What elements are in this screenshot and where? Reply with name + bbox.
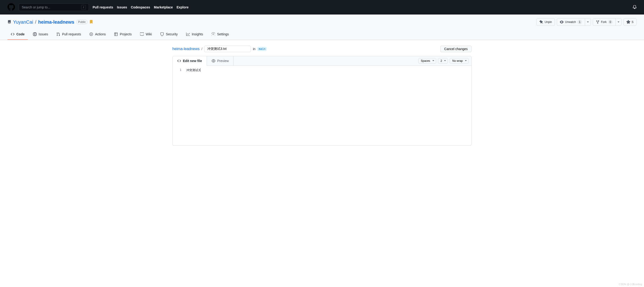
text-cursor xyxy=(200,68,200,72)
indent-size-select[interactable]: 2 xyxy=(438,58,448,64)
code-text: 冲突测试3 xyxy=(186,68,200,72)
slash-key-hint: / xyxy=(81,5,86,10)
tab-issues[interactable]: Issues xyxy=(30,31,51,40)
owner-link[interactable]: YuyanCai xyxy=(13,20,33,25)
repo-tabs: Code Issues Pull requests Actions Projec… xyxy=(8,31,636,40)
fork-button[interactable]: Fork 0 xyxy=(593,18,616,26)
file-editor-container: heima-leadnews / in main Cancel changes … xyxy=(165,46,479,146)
unwatch-label: Unwatch xyxy=(565,20,576,24)
nav-codespaces[interactable]: Codespaces xyxy=(131,6,150,9)
star-label: S xyxy=(632,20,634,24)
branch-badge[interactable]: main xyxy=(257,47,267,51)
cancel-changes-button[interactable]: Cancel changes xyxy=(440,46,472,52)
svg-point-0 xyxy=(34,34,35,35)
search-box[interactable]: / xyxy=(19,4,89,11)
fork-label: Fork xyxy=(601,20,606,24)
editor-box: Edit new file Preview Spaces 2 No wrap 1… xyxy=(172,56,472,146)
tab-insights[interactable]: Insights xyxy=(183,31,206,40)
star-button[interactable]: S xyxy=(624,18,636,26)
code-content[interactable]: 冲突测试3 xyxy=(184,66,472,145)
breadcrumb-repo[interactable]: heima-leadnews xyxy=(172,47,200,51)
line-gutter: 1 xyxy=(172,66,184,145)
eye-icon xyxy=(212,59,215,63)
unwatch-button[interactable]: Unwatch 1 xyxy=(557,18,585,26)
wrap-select[interactable]: No wrap xyxy=(450,58,468,64)
path-sep: / xyxy=(35,20,36,25)
editor-tabs: Edit new file Preview Spaces 2 No wrap xyxy=(172,56,472,66)
nav-explore[interactable]: Explore xyxy=(176,6,188,9)
bookmark-icon[interactable] xyxy=(89,20,93,24)
nav-issues[interactable]: Issues xyxy=(117,6,127,9)
watch-dropdown[interactable] xyxy=(585,18,591,26)
tab-code[interactable]: Code xyxy=(8,31,28,40)
breadcrumb: heima-leadnews / in main Cancel changes xyxy=(172,46,472,52)
watch-count: 1 xyxy=(577,20,582,24)
global-nav: Pull requests Issues Codespaces Marketpl… xyxy=(92,6,188,9)
code-editor[interactable]: 1 冲突测试3 xyxy=(172,66,472,145)
repo-header: YuyanCai / heima-leadnews Public Unpin U… xyxy=(0,15,644,40)
chevron-down-icon xyxy=(618,22,620,23)
tab-edit-file[interactable]: Edit new file xyxy=(172,56,207,66)
github-logo[interactable] xyxy=(8,3,15,12)
tab-security[interactable]: Security xyxy=(157,31,181,40)
code-icon xyxy=(177,59,181,63)
notifications-icon[interactable] xyxy=(633,5,636,10)
tab-wiki[interactable]: Wiki xyxy=(137,31,155,40)
fork-dropdown[interactable] xyxy=(616,18,622,26)
indent-mode-select[interactable]: Spaces xyxy=(418,58,436,64)
tab-projects[interactable]: Projects xyxy=(111,31,135,40)
line-number: 1 xyxy=(176,68,182,72)
chevron-down-icon xyxy=(587,22,589,23)
tab-actions[interactable]: Actions xyxy=(86,31,109,40)
tab-preview[interactable]: Preview xyxy=(207,56,234,66)
nav-pull-requests[interactable]: Pull requests xyxy=(92,6,113,9)
repo-link[interactable]: heima-leadnews xyxy=(38,20,74,25)
global-header: / Pull requests Issues Codespaces Market… xyxy=(0,0,644,15)
search-input[interactable] xyxy=(22,6,81,9)
fork-count: 0 xyxy=(608,20,613,24)
visibility-badge: Public xyxy=(76,20,88,24)
tab-pull-requests[interactable]: Pull requests xyxy=(53,31,84,40)
unpin-label: Unpin xyxy=(544,20,552,24)
nav-marketplace[interactable]: Marketplace xyxy=(154,6,173,9)
tab-settings[interactable]: Settings xyxy=(208,31,232,40)
filename-input[interactable] xyxy=(204,46,251,52)
in-label: in xyxy=(253,47,255,51)
unpin-button[interactable]: Unpin xyxy=(536,18,555,26)
repo-icon xyxy=(8,20,11,24)
svg-rect-2 xyxy=(114,33,118,36)
